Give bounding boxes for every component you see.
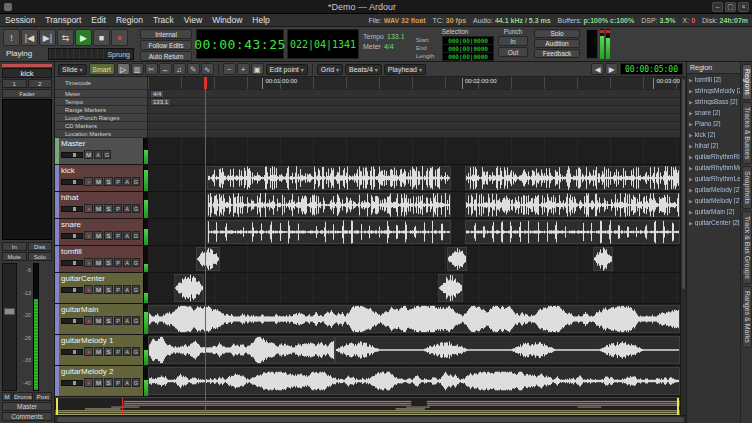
disclosure-triangle-icon[interactable]: ▶	[689, 154, 693, 160]
strip-mute-button[interactable]: Mute	[2, 252, 27, 261]
region-list-item[interactable]: ▶guitarRhythmRight [2]	[687, 151, 740, 162]
region-list-item[interactable]: ▶guitarRhythmMelody [2]	[687, 162, 740, 173]
track-name[interactable]: guitarMelody 1	[61, 336, 141, 346]
strip-solo-button[interactable]: Solo	[28, 252, 53, 261]
track-lane-tomfill[interactable]	[148, 246, 680, 273]
tool-cut[interactable]: ✂	[145, 63, 158, 75]
edit-mode-combo[interactable]: Slide ▾	[58, 64, 87, 75]
track-record-button[interactable]: ●	[84, 347, 93, 356]
monitor-input-button[interactable]: In	[2, 242, 27, 251]
track-name[interactable]: tomfill	[61, 247, 141, 257]
comments-button[interactable]: Comments	[2, 412, 52, 421]
side-tab-tracks-busses[interactable]: Tracks & Busses	[742, 102, 752, 164]
region-list-item[interactable]: ▶stringsMelody [2]	[687, 85, 740, 96]
follow-edits-button[interactable]: Follow Edits	[140, 40, 192, 50]
ruler-name-label[interactable]: Timecode	[55, 77, 148, 90]
shuttle-control[interactable]: Sprung	[48, 48, 134, 60]
track-a-button[interactable]: A	[94, 150, 102, 159]
disclosure-triangle-icon[interactable]: ▶	[689, 198, 693, 204]
go-to-start-button[interactable]: |◀	[21, 29, 38, 46]
waveform-canvas[interactable]	[148, 219, 680, 245]
monitor-disk-button[interactable]: Disk	[28, 242, 53, 251]
track-solo-button[interactable]: S	[104, 378, 113, 387]
disclosure-triangle-icon[interactable]: ▶	[689, 132, 693, 138]
meter-marker[interactable]: 4/4	[150, 90, 164, 98]
track-m-button[interactable]: M	[84, 150, 93, 159]
track-name[interactable]: snare	[61, 220, 141, 230]
track-a-button[interactable]: A	[123, 316, 131, 325]
region-list-item[interactable]: ▶stringsBass [2]	[687, 96, 740, 107]
disclosure-triangle-icon[interactable]: ▶	[689, 110, 693, 116]
loop-button[interactable]: ⇆	[57, 29, 74, 46]
track-a-button[interactable]: A	[123, 378, 131, 387]
track-gain-slider[interactable]	[61, 287, 83, 293]
track-mute-button[interactable]: M	[94, 378, 103, 387]
track-record-button[interactable]: ●	[84, 231, 93, 240]
disclosure-triangle-icon[interactable]: ▶	[689, 77, 693, 83]
menu-window[interactable]: Window	[207, 14, 247, 26]
solo-button[interactable]: Solo	[534, 29, 580, 38]
primary-clock[interactable]: 00:00:43:25	[196, 29, 284, 59]
meter-value[interactable]: 4/4	[384, 43, 394, 50]
track-record-button[interactable]: ●	[84, 258, 93, 267]
track-record-button[interactable]: ●	[84, 285, 93, 294]
track-gain-slider[interactable]	[61, 206, 83, 212]
track-header-kick[interactable]: kick●MSPAG	[55, 165, 148, 192]
ruler-name-label[interactable]: CD Markers	[55, 122, 148, 130]
track-lane-guitarmain[interactable]	[148, 304, 680, 335]
track-a-button[interactable]: A	[123, 204, 131, 213]
disclosure-triangle-icon[interactable]: ▶	[689, 88, 693, 94]
region-list-item[interactable]: ▶guitarMelody [2]	[687, 195, 740, 206]
tempo-marker[interactable]: 133.1	[150, 98, 171, 106]
nudge-clock[interactable]: 00:00:05:00	[620, 63, 683, 75]
minimize-button[interactable]: –	[712, 2, 723, 12]
disclosure-triangle-icon[interactable]: ▶	[689, 121, 693, 127]
track-gain-slider[interactable]	[61, 233, 83, 239]
horizontal-scrollbar[interactable]	[55, 415, 686, 423]
track-name[interactable]: hihat	[61, 193, 141, 203]
strip-m-button[interactable]: M	[2, 392, 12, 401]
region-list-item[interactable]: ▶snare [2]	[687, 107, 740, 118]
track-lane-guitarmelody-1[interactable]	[148, 335, 680, 366]
track-solo-button[interactable]: S	[104, 347, 113, 356]
strip-io-button-1[interactable]: 1	[2, 79, 27, 88]
track-lane-guitarmelody-2[interactable]	[148, 366, 680, 397]
ruler-lane-range-markers[interactable]	[148, 106, 680, 114]
region-list-item[interactable]: ▶guitarCenter [2]	[687, 217, 740, 228]
tool-grab[interactable]: ▷	[117, 63, 130, 75]
waveform-canvas[interactable]	[148, 165, 680, 191]
maximize-button[interactable]: ▢	[725, 2, 736, 12]
playhead-line[interactable]	[205, 79, 206, 415]
track-p-button[interactable]: P	[114, 231, 122, 240]
track-record-button[interactable]: ●	[84, 204, 93, 213]
punch-out-button[interactable]: Out	[498, 47, 528, 57]
zoom-to-session[interactable]: ▣	[251, 63, 264, 75]
menu-view[interactable]: View	[179, 14, 207, 26]
track-mute-button[interactable]: M	[94, 347, 103, 356]
ruler-lane-cd-markers[interactable]	[148, 122, 680, 130]
track-mute-button[interactable]: M	[94, 204, 103, 213]
track-lane-hihat[interactable]	[148, 192, 680, 219]
menu-transport[interactable]: Transport	[40, 14, 86, 26]
track-p-button[interactable]: P	[114, 316, 122, 325]
nudge-back-button[interactable]: ◀	[591, 63, 604, 75]
zoom-in[interactable]: +	[237, 63, 250, 75]
side-tab-track-bus-groups[interactable]: Track & Bus Groups	[742, 211, 752, 284]
zoom-focus-combo[interactable]: Edit point ▾	[266, 64, 308, 75]
track-name[interactable]: Master	[61, 139, 141, 149]
track-g-button[interactable]: G	[103, 150, 111, 159]
ruler-name-label[interactable]: Location Markers	[55, 130, 148, 138]
tool-stretch[interactable]: ↔	[159, 63, 172, 75]
close-button[interactable]: ×	[738, 2, 749, 12]
track-name[interactable]: guitarCenter	[61, 274, 141, 284]
track-header-guitarmain[interactable]: guitarMain●MSPAG	[55, 304, 148, 335]
record-button[interactable]: ●	[111, 29, 128, 46]
session-summary[interactable]	[55, 397, 680, 415]
track-gain-slider[interactable]	[61, 260, 83, 266]
region-list-item[interactable]: ▶guitarMelody [2]	[687, 184, 740, 195]
smart-mode-button[interactable]: Smart	[89, 63, 115, 75]
track-lane-guitarcenter[interactable]	[148, 273, 680, 304]
region-list-item[interactable]: ▶kick [2]	[687, 129, 740, 140]
titlebar[interactable]: *Demo — Ardour –▢×	[0, 0, 752, 14]
ruler-name-label[interactable]: Meter	[55, 90, 148, 98]
